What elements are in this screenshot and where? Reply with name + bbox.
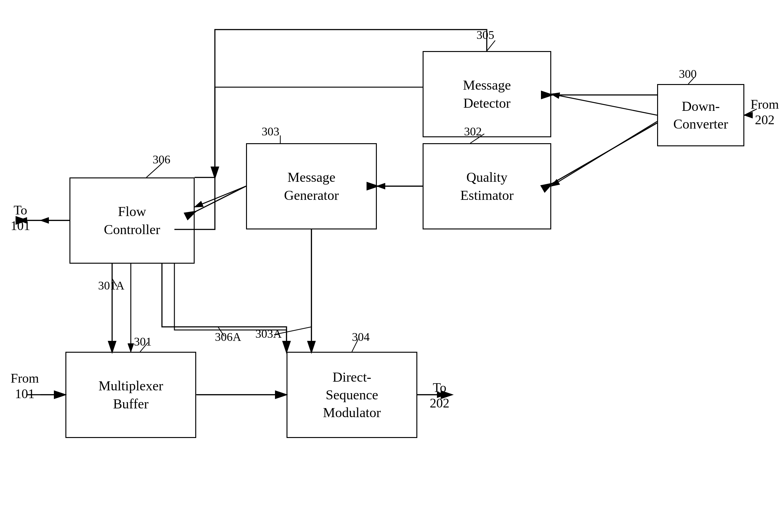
down-converter-block: Down-Converter [657,84,744,146]
direct-sequence-modulator-block: Direct-SequenceModulator [286,352,417,438]
svg-line-3 [551,121,657,186]
to-101-label: To101 [10,202,30,234]
message-generator-label: MessageGenerator [284,168,339,204]
diagram-container: MessageDetector FlowController MessageGe… [0,0,782,532]
direct-sequence-modulator-label: Direct-SequenceModulator [323,368,381,422]
message-detector-label: MessageDetector [463,76,511,112]
svg-line-20 [552,123,657,184]
message-generator-block: MessageGenerator [246,143,377,229]
label-305: 305 [476,28,494,42]
multiplexer-buffer-block: MultiplexerBuffer [65,352,196,438]
label-306: 306 [153,153,170,166]
message-detector-block: MessageDetector [423,51,551,137]
down-converter-label: Down-Converter [673,98,728,133]
multiplexer-buffer-label: MultiplexerBuffer [98,377,163,413]
svg-line-28 [487,40,495,51]
svg-line-8 [194,186,246,207]
from-101-mux-label: From101 [10,371,39,402]
quality-estimator-block: QualityEstimator [423,143,551,229]
flow-controller-block: FlowController [69,178,194,264]
to-202-label: To202 [430,380,450,411]
svg-line-23 [195,186,246,212]
label-304: 304 [352,330,370,344]
from-202-label: From202 [751,97,779,128]
label-302: 302 [464,124,482,138]
svg-line-2 [551,94,657,115]
flow-controller-label: FlowController [104,203,161,238]
quality-estimator-label: QualityEstimator [460,168,513,204]
label-301a: 301A [98,278,124,292]
label-303: 303 [261,124,279,138]
arrows-overlay [0,0,782,532]
diagram-arrows [0,0,782,532]
label-301: 301 [134,335,152,348]
label-303a: 303A [255,327,282,341]
label-306a: 306A [215,330,241,344]
label-300: 300 [679,67,697,81]
